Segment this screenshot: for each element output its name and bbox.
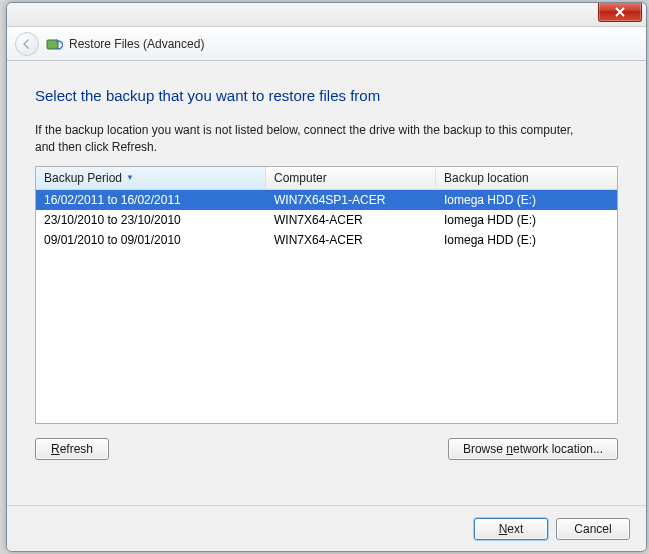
cancel-button[interactable]: Cancel	[556, 518, 630, 540]
mnemonic: R	[51, 442, 60, 456]
footer-bar: Next Cancel	[7, 505, 646, 551]
header-bar: Restore Files (Advanced)	[7, 27, 646, 61]
cell-period: 23/10/2010 to 23/10/2010	[36, 210, 266, 230]
restore-files-window: Restore Files (Advanced) Select the back…	[6, 2, 647, 552]
button-label-post: etwork location...	[513, 442, 603, 456]
cell-location: Iomega HDD (E:)	[436, 190, 617, 210]
close-icon	[615, 7, 625, 17]
content-area: Select the backup that you want to resto…	[7, 61, 646, 472]
listview-header: Backup Period ▼ Computer Backup location	[36, 167, 617, 190]
button-label-pre: Browse	[463, 442, 506, 456]
button-label: efresh	[60, 442, 93, 456]
close-button[interactable]	[598, 2, 642, 22]
main-heading: Select the backup that you want to resto…	[35, 87, 618, 104]
title-bar	[7, 3, 646, 27]
column-label: Computer	[274, 171, 327, 185]
column-backup-period[interactable]: Backup Period ▼	[36, 167, 266, 189]
cell-period: 16/02/2011 to 16/02/2011	[36, 190, 266, 210]
table-row[interactable]: 09/01/2010 to 09/01/2010WIN7X64-ACERIome…	[36, 230, 617, 250]
button-label-post: ext	[507, 522, 523, 536]
cell-location: Iomega HDD (E:)	[436, 230, 617, 250]
cell-computer: WIN7X64SP1-ACER	[266, 190, 436, 210]
window-title: Restore Files (Advanced)	[69, 37, 204, 51]
table-row[interactable]: 16/02/2011 to 16/02/2011WIN7X64SP1-ACERI…	[36, 190, 617, 210]
backups-listview[interactable]: Backup Period ▼ Computer Backup location…	[35, 166, 618, 424]
table-row[interactable]: 23/10/2010 to 23/10/2010WIN7X64-ACERIome…	[36, 210, 617, 230]
column-label: Backup Period	[44, 171, 122, 185]
sort-descending-icon: ▼	[126, 173, 134, 182]
refresh-button[interactable]: Refresh	[35, 438, 109, 460]
browse-network-button[interactable]: Browse network location...	[448, 438, 618, 460]
column-computer[interactable]: Computer	[266, 167, 436, 189]
cell-location: Iomega HDD (E:)	[436, 210, 617, 230]
cell-computer: WIN7X64-ACER	[266, 210, 436, 230]
lower-button-row: Refresh Browse network location...	[35, 438, 618, 460]
instruction-text: If the backup location you want is not l…	[35, 122, 575, 156]
restore-icon	[45, 35, 63, 53]
next-button[interactable]: Next	[474, 518, 548, 540]
mnemonic: n	[506, 442, 513, 456]
column-backup-location[interactable]: Backup location	[436, 167, 617, 189]
button-label: Cancel	[574, 522, 611, 536]
column-label: Backup location	[444, 171, 529, 185]
cell-computer: WIN7X64-ACER	[266, 230, 436, 250]
listview-body: 16/02/2011 to 16/02/2011WIN7X64SP1-ACERI…	[36, 190, 617, 250]
back-arrow-icon	[21, 38, 33, 50]
cell-period: 09/01/2010 to 09/01/2010	[36, 230, 266, 250]
back-button[interactable]	[15, 32, 39, 56]
